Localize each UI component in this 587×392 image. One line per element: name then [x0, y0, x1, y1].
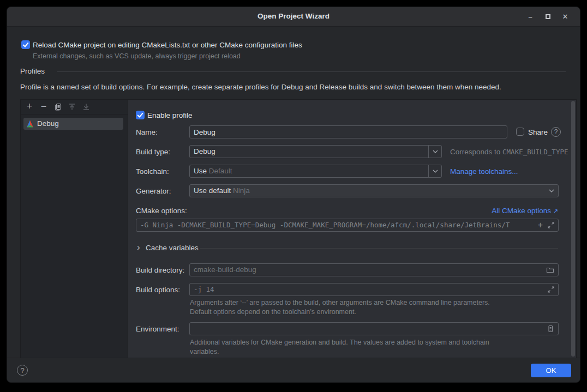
profiles-section-title: Profiles: [20, 67, 45, 75]
all-cmake-options-link[interactable]: All CMake options ↗: [492, 207, 558, 215]
name-input[interactable]: [189, 125, 507, 138]
enable-profile-label: Enable profile: [147, 111, 193, 119]
chevron-down-icon: [433, 170, 438, 173]
share-checkbox[interactable]: [516, 128, 524, 136]
maximize-button[interactable]: [540, 7, 556, 27]
maximize-icon: [546, 14, 550, 19]
profiles-box: + −: [20, 99, 577, 358]
manage-toolchains-link[interactable]: Manage toolchains...: [450, 167, 518, 176]
settings-scrollbar[interactable]: [571, 101, 575, 357]
move-up-icon: [69, 104, 75, 110]
build-options-hint-2: Default options depend on the toolchain’…: [190, 308, 356, 316]
name-label: Name:: [136, 128, 158, 136]
help-icon: ?: [20, 366, 24, 375]
environment-input[interactable]: [189, 322, 559, 335]
move-down-button[interactable]: [82, 102, 91, 111]
minimize-icon: –: [528, 13, 532, 21]
cache-variables-divider: [200, 248, 558, 249]
profile-list-panel: + −: [21, 100, 128, 358]
share-help-icon[interactable]: ?: [551, 127, 561, 137]
profile-settings-panel: Enable profile Name: Share ? Build type:…: [128, 100, 576, 358]
build-type-chevron: [428, 146, 441, 158]
close-button[interactable]: ✕: [557, 7, 573, 27]
environment-variables-icon[interactable]: [547, 325, 554, 333]
add-profile-button[interactable]: +: [24, 100, 35, 114]
plus-icon: +: [27, 101, 33, 112]
copy-icon: [56, 104, 61, 111]
scrollbar-thumb[interactable]: [571, 101, 575, 357]
build-type-hint-code: CMAKE_BUILD_TYPE: [502, 148, 568, 156]
build-options-input[interactable]: -j 14: [189, 283, 559, 296]
folder-icon[interactable]: [546, 266, 554, 274]
generator-label: Generator:: [136, 187, 171, 195]
build-type-value: Debug: [194, 147, 215, 155]
enable-profile-checkbox[interactable]: [136, 111, 145, 119]
expand-icon[interactable]: [547, 286, 555, 293]
toolchain-label: Toolchain:: [136, 167, 169, 176]
toolchain-chevron: [428, 165, 441, 177]
build-directory-label: Build directory:: [136, 266, 184, 274]
cache-variables-chevron-icon[interactable]: ›: [137, 244, 140, 251]
generator-chevron: [545, 185, 558, 197]
cache-variables-toggle[interactable]: Cache variables: [146, 244, 199, 252]
generator-select[interactable]: Use default Ninja: [189, 184, 559, 197]
toolchain-select[interactable]: Use Default: [189, 165, 442, 178]
reload-cmake-hint: External changes, such as VCS update, al…: [33, 52, 241, 60]
build-options-label: Build options:: [136, 286, 180, 294]
build-type-hint: Corresponds to CMAKE_BUILD_TYPE: [450, 148, 568, 156]
move-up-button[interactable]: [68, 102, 76, 111]
reload-cmake-checkbox[interactable]: [21, 40, 30, 49]
minimize-button[interactable]: –: [522, 7, 538, 27]
profile-item-label: Debug: [37, 119, 59, 128]
move-down-icon: [83, 104, 89, 110]
generator-value-primary: Use default: [194, 186, 231, 195]
help-button[interactable]: ?: [17, 365, 28, 376]
ok-button[interactable]: OK: [531, 364, 571, 377]
profile-list-toolbar: + −: [21, 100, 128, 114]
expand-icon[interactable]: [547, 221, 555, 229]
build-options-hint-1: Arguments after ‘--’ are passed to the b…: [190, 299, 490, 306]
copy-profile-button[interactable]: [53, 102, 62, 111]
environment-hint: Additional variables for CMake generatio…: [190, 338, 504, 357]
add-option-icon[interactable]: +: [538, 219, 543, 231]
cmake-options-input[interactable]: -G Ninja -DCMAKE_BUILD_TYPE=Debug -DCMAK…: [136, 219, 559, 232]
close-icon: ✕: [562, 13, 568, 21]
share-label: Share: [528, 128, 548, 136]
build-directory-input[interactable]: cmake-build-debug: [189, 263, 559, 276]
cmake-logo-icon: [26, 120, 34, 128]
window-title: Open Project Wizard: [7, 12, 580, 20]
remove-profile-button[interactable]: −: [38, 100, 49, 114]
generator-value-secondary: Ninja: [233, 186, 250, 195]
cmake-options-label: CMake options:: [136, 207, 187, 215]
toolchain-value-primary: Use: [194, 167, 207, 175]
build-type-label: Build type:: [136, 148, 170, 156]
profiles-divider: [57, 71, 566, 72]
profile-list-item-debug[interactable]: Debug: [23, 118, 123, 130]
minus-icon: −: [41, 101, 47, 112]
profiles-description: Profile is a named set of build options.…: [20, 83, 501, 91]
reload-cmake-label: Reload CMake project on editing CMakeLis…: [33, 41, 302, 49]
chevron-down-icon: [433, 150, 438, 153]
toolchain-value-secondary: Default: [209, 167, 232, 175]
external-link-icon: ↗: [553, 208, 558, 214]
chevron-down-icon: [549, 189, 554, 192]
build-type-select[interactable]: Debug: [189, 145, 442, 158]
environment-label: Environment:: [136, 325, 179, 333]
dialog-footer: ? OK: [7, 358, 580, 382]
open-project-wizard-dialog: Open Project Wizard – ✕ Reload CMake pro…: [7, 7, 580, 383]
titlebar: Open Project Wizard – ✕: [7, 7, 580, 27]
